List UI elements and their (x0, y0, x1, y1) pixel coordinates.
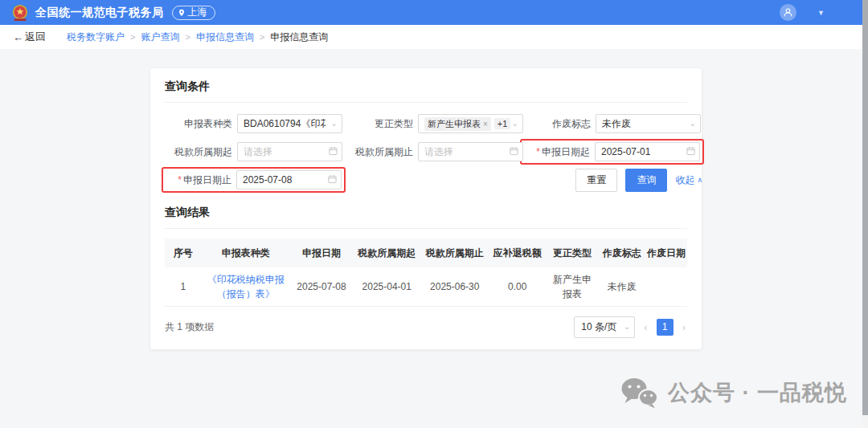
calendar-icon (686, 147, 695, 157)
field-correction-type: 更正类型 新产生申报表 × +1 ⌄ (346, 112, 523, 135)
cell-period-end: 2025-06-30 (421, 267, 489, 306)
chevron-down-icon: ⌄ (690, 120, 696, 128)
page-size-select[interactable]: 10 条/页 ⌄ (574, 316, 635, 338)
report-type-link[interactable]: 《印花税纳税申报（报告）表》 (207, 274, 285, 300)
prev-page-button[interactable]: ‹ (642, 321, 649, 333)
back-button[interactable]: ←返回 (13, 30, 46, 44)
chevron-up-icon: ∧ (697, 176, 702, 184)
watermark: 公众号 · 一品税悦 (620, 377, 847, 409)
void-flag-select[interactable]: 未作废 ⌄ (596, 114, 701, 133)
col-tax-amount: 应补退税额 (489, 238, 547, 267)
breadcrumb-current-page: 申报信息查询 (270, 31, 328, 44)
breadcrumb-bar: ←返回 税务数字账户 > 账户查询 > 申报信息查询 > 申报信息查询 (0, 25, 868, 49)
field-period-start: 税款所属期起 (165, 141, 346, 163)
col-period-start: 税款所属期起 (353, 238, 421, 267)
form-actions: 重置 查询 收起 ∧ (523, 169, 704, 191)
breadcrumb: 税务数字账户 > 账户查询 > 申报信息查询 > 申报信息查询 (67, 31, 328, 44)
table-footer: 共 1 项数据 10 条/页 ⌄ ‹ 1 › (165, 316, 687, 338)
breadcrumb-separator: > (260, 32, 264, 42)
scrollbar-thumb[interactable] (862, 0, 868, 415)
query-form: 申报表种类 BDA0610794《印花税纳税... ⌄ 更正类型 新产生申报表 … (165, 112, 687, 191)
col-index: 序号 (165, 238, 202, 267)
watermark-text: 公众号 · 一品税悦 (668, 378, 847, 407)
required-mark: * (536, 146, 540, 157)
void-flag-value: 未作废 (602, 117, 631, 131)
field-filing-date-start: *申报日期起 (523, 141, 704, 163)
cell-void-date (645, 267, 687, 306)
cell-index: 1 (165, 267, 202, 306)
cell-tax-amount: 0.00 (489, 267, 547, 306)
table-row: 1 《印花税纳税申报（报告）表》 2025-07-08 2025-04-01 2… (165, 267, 687, 306)
calendar-icon (328, 175, 337, 185)
filing-date-start-annotation-box: *申报日期起 (520, 139, 704, 165)
location-selector[interactable]: 上海 (172, 6, 215, 20)
correction-type-extra-tag: +1 (494, 118, 511, 129)
col-period-end: 税款所属期止 (421, 238, 489, 267)
page-number-button[interactable]: 1 (657, 319, 674, 336)
user-menu-chevron-icon[interactable]: ▼ (817, 9, 825, 17)
total-count-label: 共 1 项数据 (165, 320, 214, 334)
period-start-input[interactable] (244, 146, 326, 157)
next-page-button[interactable]: › (681, 321, 687, 333)
col-filing-date: 申报日期 (290, 238, 353, 267)
breadcrumb-item-account-query[interactable]: 账户查询 (141, 31, 179, 44)
query-results-section: 查询结果 序号 申报表种类 申报日期 税款所属期起 税款所属期止 应补退税额 更… (165, 206, 687, 338)
cell-void-flag: 未作废 (599, 267, 646, 306)
field-period-end: 税款所属期止 (346, 141, 523, 163)
report-type-value: BDA0610794《印花税纳税... (244, 117, 326, 131)
app-title: 全国统一规范电子税务局 (35, 6, 164, 20)
search-button[interactable]: 查询 (625, 169, 667, 192)
filing-date-start-datepicker[interactable] (595, 142, 700, 161)
query-conditions-title: 查询条件 (165, 79, 687, 103)
pagination: 10 条/页 ⌄ ‹ 1 › (574, 316, 687, 338)
col-report-type: 申报表种类 (202, 238, 291, 267)
report-type-select[interactable]: BDA0610794《印花税纳税... ⌄ (237, 114, 342, 133)
filing-date-end-datepicker[interactable] (236, 170, 342, 190)
national-emblem-logo (11, 4, 29, 22)
field-filing-date-end: *申报日期止 (165, 169, 346, 191)
results-table: 序号 申报表种类 申报日期 税款所属期起 税款所属期止 应补退税额 更正类型 作… (165, 238, 687, 307)
required-mark: * (178, 174, 182, 185)
filing-date-end-annotation-box: *申报日期止 (162, 167, 346, 193)
chevron-down-icon: ⌄ (624, 323, 630, 331)
col-void-date: 作废日期 (645, 238, 687, 267)
form-spacer (346, 169, 523, 191)
wechat-icon (620, 377, 659, 409)
correction-type-tag: 新产生申报表 × (424, 117, 491, 131)
person-icon (783, 7, 793, 18)
breadcrumb-separator: > (130, 32, 135, 42)
col-void-flag: 作废标志 (599, 238, 646, 267)
reset-button[interactable]: 重置 (575, 169, 617, 192)
breadcrumb-item-filing-info-query[interactable]: 申报信息查询 (196, 31, 254, 44)
calendar-icon (329, 147, 338, 157)
table-header-row: 序号 申报表种类 申报日期 税款所属期起 税款所属期止 应补退税额 更正类型 作… (165, 238, 687, 267)
chevron-down-icon: ⌄ (512, 120, 518, 128)
tag-remove-icon[interactable]: × (483, 120, 488, 128)
location-label: 上海 (188, 6, 207, 19)
period-end-datepicker[interactable] (418, 142, 523, 161)
query-results-title: 查询结果 (165, 206, 687, 229)
cell-correction-type: 新产生申报表 (547, 267, 599, 306)
location-pin-icon (178, 9, 186, 17)
field-report-type: 申报表种类 BDA0610794《印花税纳税... ⌄ (165, 112, 346, 135)
breadcrumb-separator: > (185, 32, 190, 42)
correction-type-multiselect[interactable]: 新产生申报表 × +1 ⌄ (418, 114, 523, 133)
chevron-down-icon: ⌄ (331, 120, 338, 128)
back-arrow-icon: ← (13, 31, 23, 43)
user-avatar[interactable] (780, 4, 796, 21)
field-void-flag: 作废标志 未作废 ⌄ (523, 112, 704, 135)
calendar-icon (510, 147, 518, 157)
vertical-scrollbar[interactable] (862, 0, 868, 428)
col-correction-type: 更正类型 (547, 238, 599, 267)
period-start-datepicker[interactable] (237, 142, 342, 161)
filing-date-end-input[interactable] (243, 174, 325, 185)
cell-period-start: 2025-04-01 (353, 267, 421, 306)
collapse-toggle[interactable]: 收起 ∧ (675, 173, 702, 187)
app-header: 全国统一规范电子税务局 上海 ▼ (0, 0, 868, 25)
filing-date-start-input[interactable] (601, 146, 683, 157)
cell-filing-date: 2025-07-08 (290, 267, 353, 306)
query-card: 查询条件 申报表种类 BDA0610794《印花税纳税... ⌄ 更正类型 新产… (150, 68, 702, 349)
period-end-input[interactable] (424, 146, 506, 157)
breadcrumb-item-digital-account[interactable]: 税务数字账户 (67, 31, 125, 44)
